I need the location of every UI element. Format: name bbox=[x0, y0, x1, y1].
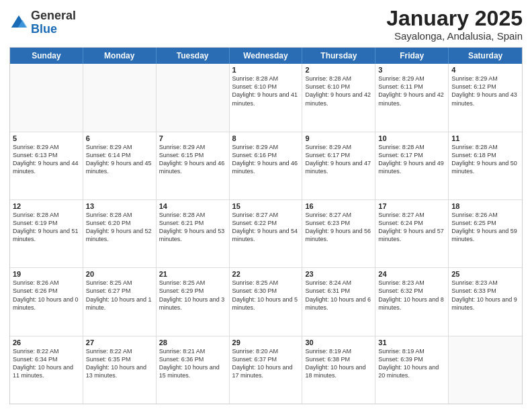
month-title: January 2025 bbox=[386, 7, 523, 30]
cell-info: Sunrise: 8:23 AM Sunset: 6:32 PM Dayligh… bbox=[378, 279, 445, 312]
day-number: 30 bbox=[305, 338, 372, 347]
day-number: 6 bbox=[86, 134, 153, 142]
cell-info: Sunrise: 8:25 AM Sunset: 6:29 PM Dayligh… bbox=[159, 279, 226, 312]
calendar-row: 19Sunrise: 8:26 AM Sunset: 6:26 PM Dayli… bbox=[10, 267, 522, 335]
cell-info: Sunrise: 8:21 AM Sunset: 6:36 PM Dayligh… bbox=[159, 347, 226, 380]
calendar-cell: 12Sunrise: 8:28 AM Sunset: 6:19 PM Dayli… bbox=[10, 200, 83, 267]
calendar-row: 12Sunrise: 8:28 AM Sunset: 6:19 PM Dayli… bbox=[10, 199, 522, 267]
cell-info: Sunrise: 8:22 AM Sunset: 6:34 PM Dayligh… bbox=[13, 347, 80, 380]
cell-info: Sunrise: 8:28 AM Sunset: 6:21 PM Dayligh… bbox=[159, 211, 226, 244]
calendar-cell: 7Sunrise: 8:29 AM Sunset: 6:15 PM Daylig… bbox=[157, 132, 230, 199]
calendar-header-cell: Monday bbox=[83, 48, 157, 64]
day-number: 9 bbox=[305, 134, 372, 142]
calendar-header-cell: Thursday bbox=[302, 48, 375, 64]
calendar-cell: 27Sunrise: 8:22 AM Sunset: 6:35 PM Dayli… bbox=[83, 336, 157, 404]
calendar-header-cell: Sunday bbox=[10, 48, 83, 64]
day-number: 27 bbox=[86, 338, 153, 347]
day-number: 28 bbox=[159, 338, 226, 347]
calendar-cell bbox=[83, 64, 157, 131]
day-number: 16 bbox=[305, 202, 372, 210]
day-number: 18 bbox=[451, 202, 519, 210]
calendar-cell: 24Sunrise: 8:23 AM Sunset: 6:32 PM Dayli… bbox=[375, 268, 449, 335]
calendar-cell: 30Sunrise: 8:19 AM Sunset: 6:38 PM Dayli… bbox=[302, 336, 375, 404]
calendar-cell: 25Sunrise: 8:23 AM Sunset: 6:33 PM Dayli… bbox=[449, 268, 522, 335]
page: General Blue January 2025 Sayalonga, And… bbox=[0, 0, 532, 411]
day-number: 25 bbox=[451, 270, 519, 278]
cell-info: Sunrise: 8:29 AM Sunset: 6:14 PM Dayligh… bbox=[86, 143, 153, 176]
calendar-row: 5Sunrise: 8:29 AM Sunset: 6:13 PM Daylig… bbox=[10, 132, 522, 199]
cell-info: Sunrise: 8:20 AM Sunset: 6:37 PM Dayligh… bbox=[232, 347, 300, 380]
calendar-cell: 16Sunrise: 8:27 AM Sunset: 6:23 PM Dayli… bbox=[302, 200, 375, 267]
day-number: 20 bbox=[86, 270, 153, 278]
cell-info: Sunrise: 8:19 AM Sunset: 6:38 PM Dayligh… bbox=[305, 347, 372, 380]
day-number: 17 bbox=[378, 202, 445, 210]
logo-text: General Blue bbox=[31, 9, 76, 36]
calendar: SundayMondayTuesdayWednesdayThursdayFrid… bbox=[9, 47, 523, 404]
day-number: 23 bbox=[305, 270, 372, 278]
day-number: 22 bbox=[232, 270, 300, 278]
calendar-header-cell: Friday bbox=[375, 48, 449, 64]
cell-info: Sunrise: 8:29 AM Sunset: 6:13 PM Dayligh… bbox=[13, 143, 80, 176]
logo-general: General bbox=[31, 9, 76, 23]
day-number: 7 bbox=[159, 134, 226, 142]
day-number: 8 bbox=[232, 134, 300, 142]
calendar-cell: 14Sunrise: 8:28 AM Sunset: 6:21 PM Dayli… bbox=[157, 200, 230, 267]
calendar-cell: 20Sunrise: 8:25 AM Sunset: 6:27 PM Dayli… bbox=[83, 268, 157, 335]
cell-info: Sunrise: 8:27 AM Sunset: 6:23 PM Dayligh… bbox=[305, 211, 372, 244]
calendar-cell: 2Sunrise: 8:28 AM Sunset: 6:10 PM Daylig… bbox=[302, 64, 375, 131]
calendar-cell: 31Sunrise: 8:19 AM Sunset: 6:39 PM Dayli… bbox=[375, 336, 449, 404]
calendar-row: 26Sunrise: 8:22 AM Sunset: 6:34 PM Dayli… bbox=[10, 336, 522, 404]
day-number: 3 bbox=[378, 66, 445, 74]
calendar-cell: 13Sunrise: 8:28 AM Sunset: 6:20 PM Dayli… bbox=[83, 200, 157, 267]
calendar-header-cell: Tuesday bbox=[157, 48, 230, 64]
cell-info: Sunrise: 8:28 AM Sunset: 6:17 PM Dayligh… bbox=[378, 143, 445, 176]
calendar-cell: 23Sunrise: 8:24 AM Sunset: 6:31 PM Dayli… bbox=[302, 268, 375, 335]
calendar-cell: 29Sunrise: 8:20 AM Sunset: 6:37 PM Dayli… bbox=[230, 336, 303, 404]
calendar-row: 1Sunrise: 8:28 AM Sunset: 6:10 PM Daylig… bbox=[10, 64, 522, 131]
calendar-cell: 26Sunrise: 8:22 AM Sunset: 6:34 PM Dayli… bbox=[10, 336, 83, 404]
calendar-body: 1Sunrise: 8:28 AM Sunset: 6:10 PM Daylig… bbox=[10, 64, 522, 404]
cell-info: Sunrise: 8:28 AM Sunset: 6:19 PM Dayligh… bbox=[13, 211, 80, 244]
day-number: 29 bbox=[232, 338, 300, 347]
header: General Blue January 2025 Sayalonga, And… bbox=[9, 7, 523, 42]
title-block: January 2025 Sayalonga, Andalusia, Spain bbox=[386, 7, 523, 42]
day-number: 26 bbox=[13, 338, 80, 347]
calendar-cell: 22Sunrise: 8:25 AM Sunset: 6:30 PM Dayli… bbox=[230, 268, 303, 335]
day-number: 15 bbox=[232, 202, 300, 210]
cell-info: Sunrise: 8:29 AM Sunset: 6:12 PM Dayligh… bbox=[451, 75, 519, 107]
day-number: 2 bbox=[305, 66, 372, 74]
day-number: 14 bbox=[159, 202, 226, 210]
calendar-header: SundayMondayTuesdayWednesdayThursdayFrid… bbox=[10, 48, 522, 64]
cell-info: Sunrise: 8:28 AM Sunset: 6:10 PM Dayligh… bbox=[305, 75, 372, 107]
cell-info: Sunrise: 8:27 AM Sunset: 6:24 PM Dayligh… bbox=[378, 211, 445, 244]
day-number: 24 bbox=[378, 270, 445, 278]
day-number: 10 bbox=[378, 134, 445, 142]
calendar-cell: 4Sunrise: 8:29 AM Sunset: 6:12 PM Daylig… bbox=[449, 64, 522, 131]
calendar-cell: 10Sunrise: 8:28 AM Sunset: 6:17 PM Dayli… bbox=[375, 132, 449, 199]
location: Sayalonga, Andalusia, Spain bbox=[386, 30, 523, 42]
calendar-cell: 18Sunrise: 8:26 AM Sunset: 6:25 PM Dayli… bbox=[449, 200, 522, 267]
cell-info: Sunrise: 8:26 AM Sunset: 6:26 PM Dayligh… bbox=[13, 279, 80, 312]
calendar-cell: 19Sunrise: 8:26 AM Sunset: 6:26 PM Dayli… bbox=[10, 268, 83, 335]
calendar-cell: 8Sunrise: 8:29 AM Sunset: 6:16 PM Daylig… bbox=[230, 132, 303, 199]
cell-info: Sunrise: 8:29 AM Sunset: 6:17 PM Dayligh… bbox=[305, 143, 372, 176]
cell-info: Sunrise: 8:22 AM Sunset: 6:35 PM Dayligh… bbox=[86, 347, 153, 380]
logo-blue: Blue bbox=[31, 23, 76, 36]
day-number: 19 bbox=[13, 270, 80, 278]
calendar-cell: 3Sunrise: 8:29 AM Sunset: 6:11 PM Daylig… bbox=[375, 64, 449, 131]
calendar-cell: 9Sunrise: 8:29 AM Sunset: 6:17 PM Daylig… bbox=[302, 132, 375, 199]
day-number: 21 bbox=[159, 270, 226, 278]
cell-info: Sunrise: 8:26 AM Sunset: 6:25 PM Dayligh… bbox=[451, 211, 519, 244]
calendar-cell: 5Sunrise: 8:29 AM Sunset: 6:13 PM Daylig… bbox=[10, 132, 83, 199]
cell-info: Sunrise: 8:28 AM Sunset: 6:18 PM Dayligh… bbox=[451, 143, 519, 176]
cell-info: Sunrise: 8:23 AM Sunset: 6:33 PM Dayligh… bbox=[451, 279, 519, 312]
day-number: 12 bbox=[13, 202, 80, 210]
day-number: 1 bbox=[232, 66, 300, 74]
calendar-header-cell: Wednesday bbox=[230, 48, 303, 64]
cell-info: Sunrise: 8:27 AM Sunset: 6:22 PM Dayligh… bbox=[232, 211, 300, 244]
day-number: 5 bbox=[13, 134, 80, 142]
cell-info: Sunrise: 8:25 AM Sunset: 6:30 PM Dayligh… bbox=[232, 279, 300, 312]
cell-info: Sunrise: 8:28 AM Sunset: 6:20 PM Dayligh… bbox=[86, 211, 153, 244]
day-number: 13 bbox=[86, 202, 153, 210]
cell-info: Sunrise: 8:24 AM Sunset: 6:31 PM Dayligh… bbox=[305, 279, 372, 312]
